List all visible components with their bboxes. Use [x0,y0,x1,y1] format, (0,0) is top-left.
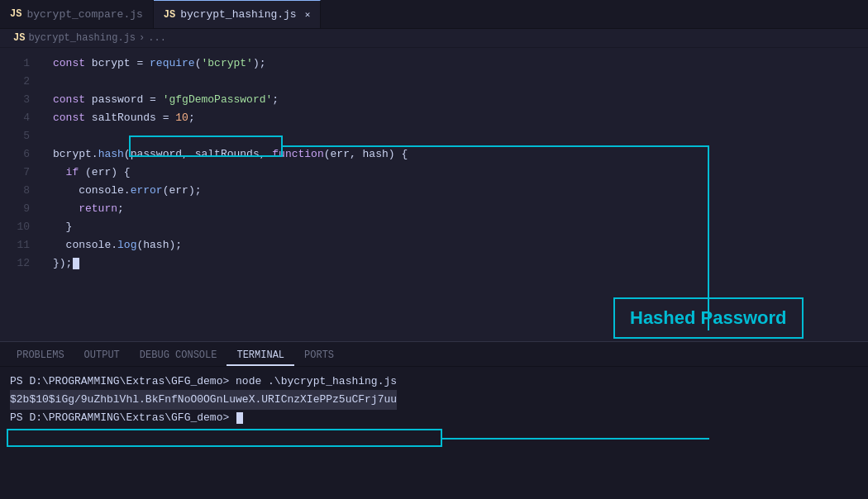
line-num-12: 12 [0,254,30,273]
line-num-7: 7 [0,164,30,182]
terminal-tab-bar: PROBLEMS OUTPUT DEBUG CONSOLE TERMINAL P… [0,342,868,367]
line-num-9: 9 [0,200,30,218]
tab-bycrypt-hashing[interactable]: JS bycrypt_hashing.js ✕ [154,0,321,28]
terminal-line-1: PS D:\PROGRAMMING\Extras\GFG_demo> node … [10,373,858,390]
code-line-7: if (err) { [53,164,868,182]
terminal-cursor [236,412,243,424]
line-num-10: 10 [0,218,30,236]
tab-label-hashing: bycrypt_hashing.js [180,8,296,21]
line-num-3: 3 [0,91,30,109]
code-line-4: const saltRounds = 10; [53,109,868,127]
code-line-9: return; [53,200,868,218]
app-container: JS bycrypt_compare.js JS bycrypt_hashing… [0,0,868,499]
tab-terminal[interactable]: TERMINAL [227,346,294,366]
code-line-12: }); [53,254,868,273]
tab-label-compare: bycrypt_compare.js [26,8,142,21]
terminal-line-2: $2b$10$iGg/9uZhblVhl.BkFnfNoO0OGnLuweX.U… [10,390,858,410]
line-num-5: 5 [0,127,30,145]
line-num-1: 1 [0,55,30,73]
code-line-6: bcrypt.hash(password, saltRounds, functi… [53,145,868,164]
line-num-11: 11 [0,236,30,254]
tab-bycrypt-compare[interactable]: JS bycrypt_compare.js [0,0,154,28]
code-line-10: } [53,218,868,236]
hashed-output: $2b$10$iGg/9uZhblVhl.BkFnfNoO0OGnLuweX.U… [10,390,397,410]
js-icon-compare: JS [10,8,21,20]
code-line-3: const password = 'gfgDemoPassword'; [53,91,868,109]
code-line-1: const bcrypt = require('bcrypt'); [53,55,868,73]
code-line-8: console.error(err); [53,182,868,200]
code-editor[interactable]: const bcrypt = require('bcrypt'); const … [40,48,868,341]
js-icon-hashing: JS [164,9,175,21]
code-line-11: console.log(hash); [53,236,868,254]
tab-problems[interactable]: PROBLEMS [7,346,74,366]
code-line-2 [53,73,868,91]
line-num-6: 6 [0,145,30,164]
line-num-4: 4 [0,109,30,127]
line-num-8: 8 [0,182,30,200]
terminal-line-3: PS D:\PROGRAMMING\Extras\GFG_demo> [10,410,858,426]
tab-debug-console[interactable]: DEBUG CONSOLE [130,346,227,366]
line-numbers: 1 2 3 4 5 6 7 8 9 10 11 12 [0,48,40,341]
breadcrumb-path: ... [148,32,166,44]
breadcrumb-separator: › [139,32,145,44]
tab-output[interactable]: OUTPUT [74,346,130,366]
close-icon[interactable]: ✕ [305,9,311,20]
breadcrumb-filename: bycrypt_hashing.js [28,32,136,44]
code-line-5 [53,127,868,145]
breadcrumb: JS bycrypt_hashing.js › ... [0,29,868,48]
line-num-2: 2 [0,73,30,91]
terminal-content: PS D:\PROGRAMMING\Extras\GFG_demo> node … [0,367,868,433]
editor-area: 1 2 3 4 5 6 7 8 9 10 11 12 const bcrypt … [0,48,868,341]
tab-ports[interactable]: PORTS [294,346,344,366]
breadcrumb-js-icon: JS [13,32,25,44]
tab-bar: JS bycrypt_compare.js JS bycrypt_hashing… [0,0,868,29]
terminal-panel: PROBLEMS OUTPUT DEBUG CONSOLE TERMINAL P… [0,341,868,499]
